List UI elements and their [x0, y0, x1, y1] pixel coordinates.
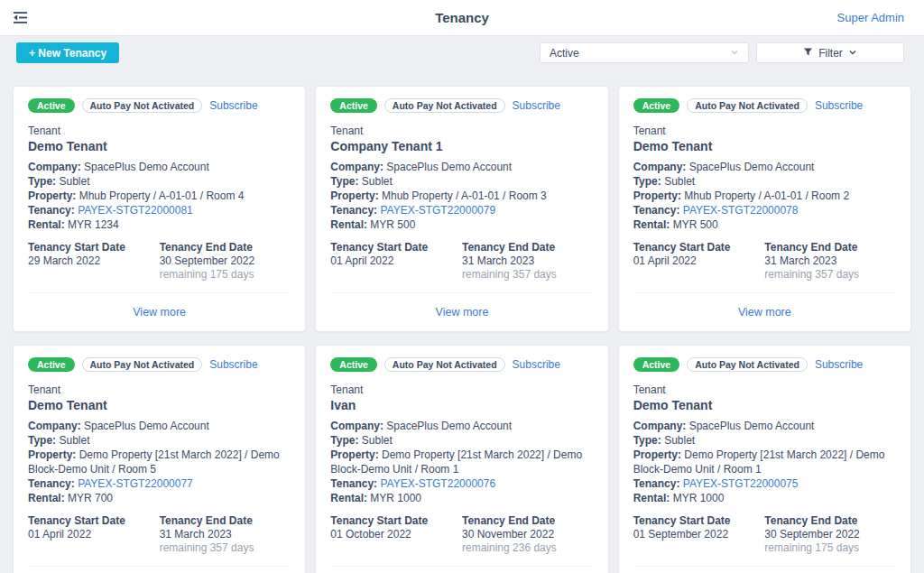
- start-date-label: Tenancy Start Date: [330, 241, 462, 254]
- tenancy-label: Tenancy:: [330, 477, 377, 490]
- property-label: Property:: [330, 189, 378, 202]
- tenant-name: Demo Tenant: [28, 138, 291, 155]
- subscribe-link[interactable]: Subscribe: [815, 99, 863, 112]
- start-date-value: 01 April 2022: [330, 254, 462, 268]
- subscribe-link[interactable]: Subscribe: [209, 99, 257, 112]
- company-value: SpacePlus Demo Account: [84, 161, 209, 173]
- tenant-name: Ivan: [330, 397, 593, 414]
- type-field: Type: Sublet: [633, 433, 896, 448]
- tenancy-field: Tenancy: PAYEX-STGT22000078: [633, 203, 896, 217]
- remaining-days: remaining 357 days: [764, 268, 896, 282]
- super-admin-link[interactable]: Super Admin: [837, 11, 904, 24]
- start-date-value: 01 April 2022: [633, 254, 765, 268]
- badge-row: Active Auto Pay Not Activated Subscribe: [28, 97, 291, 114]
- start-date-value: 01 October 2022: [330, 528, 462, 541]
- status-badge: Active: [28, 357, 75, 372]
- subscribe-link[interactable]: Subscribe: [815, 358, 863, 371]
- tenant-label: Tenant: [633, 384, 896, 397]
- property-field: Property: Mhub Property / A-01-01 / Room…: [28, 189, 291, 203]
- tenancy-id-link[interactable]: PAYEX-STGT22000078: [683, 204, 799, 217]
- start-date-label: Tenancy Start Date: [28, 514, 160, 528]
- rental-value: MYR 500: [673, 218, 718, 231]
- type-label: Type:: [28, 175, 56, 188]
- tenancy-id-link[interactable]: PAYEX-STGT22000079: [380, 204, 495, 217]
- autopay-badge: Auto Pay Not Activated: [687, 357, 808, 372]
- chevron-down-icon: [730, 47, 739, 60]
- type-value: Sublet: [664, 434, 695, 447]
- card-footer: View more: [633, 292, 896, 331]
- rental-label: Rental:: [28, 218, 65, 231]
- tenancy-id-link[interactable]: PAYEX-STGT22000076: [380, 477, 495, 490]
- company-label: Company:: [28, 420, 81, 432]
- rental-label: Rental:: [28, 492, 65, 504]
- menu-fold-icon[interactable]: [13, 10, 29, 26]
- remaining-days: remaining 175 days: [764, 541, 896, 555]
- tenancy-card: Active Auto Pay Not Activated Subscribe …: [315, 86, 608, 332]
- tenancy-grid: Active Auto Pay Not Activated Subscribe …: [13, 86, 911, 573]
- property-value: Mhub Property / A-01-01 / Room 4: [79, 189, 245, 202]
- tenancy-id-link[interactable]: PAYEX-STGT22000077: [78, 477, 193, 490]
- tenancy-id-link[interactable]: PAYEX-STGT22000075: [683, 477, 799, 490]
- property-label: Property:: [28, 189, 76, 202]
- company-label: Company:: [633, 420, 687, 432]
- filter-button-label: Filter: [818, 47, 843, 60]
- start-date-col: Tenancy Start Date 01 September 2022: [633, 514, 765, 555]
- type-field: Type: Sublet: [633, 174, 896, 189]
- start-date-label: Tenancy Start Date: [330, 514, 462, 528]
- dates-section: Tenancy Start Date 01 April 2022 Tenancy…: [28, 514, 291, 555]
- type-label: Type:: [28, 434, 56, 447]
- type-label: Type:: [330, 434, 358, 447]
- start-date-label: Tenancy Start Date: [633, 514, 765, 528]
- company-field: Company: SpacePlus Demo Account: [28, 160, 291, 174]
- rental-field: Rental: MYR 700: [28, 491, 291, 505]
- start-date-col: Tenancy Start Date 01 October 2022: [330, 514, 462, 555]
- end-date-value: 30 September 2022: [764, 528, 896, 541]
- tenancy-field: Tenancy: PAYEX-STGT22000077: [28, 476, 291, 491]
- subscribe-link[interactable]: Subscribe: [513, 358, 560, 371]
- remaining-days: remaining 357 days: [462, 268, 594, 282]
- company-field: Company: SpacePlus Demo Account: [330, 419, 593, 433]
- new-tenancy-button[interactable]: + New Tenancy: [16, 42, 119, 63]
- end-date-label: Tenancy End Date: [764, 241, 896, 254]
- subscribe-link[interactable]: Subscribe: [209, 358, 257, 371]
- page-title: Tenancy: [0, 10, 924, 25]
- type-field: Type: Sublet: [28, 174, 291, 189]
- type-value: Sublet: [59, 175, 89, 188]
- start-date-label: Tenancy Start Date: [633, 241, 765, 254]
- view-more-link[interactable]: View more: [738, 306, 791, 319]
- end-date-col: Tenancy End Date 31 March 2023 remaining…: [462, 241, 594, 282]
- end-date-value: 30 November 2022: [462, 528, 594, 541]
- tenancy-card: Active Auto Pay Not Activated Subscribe …: [618, 345, 911, 573]
- property-label: Property:: [330, 448, 378, 461]
- badge-row: Active Auto Pay Not Activated Subscribe: [633, 97, 896, 114]
- type-value: Sublet: [362, 434, 393, 447]
- type-value: Sublet: [362, 175, 393, 188]
- property-value: Mhub Property / A-01-01 / Room 3: [382, 189, 547, 202]
- rental-value: MYR 1234: [68, 218, 119, 231]
- status-select[interactable]: Active: [540, 42, 749, 63]
- type-field: Type: Sublet: [28, 433, 291, 448]
- start-date-col: Tenancy Start Date 29 March 2022: [28, 241, 160, 282]
- tenancy-id-link[interactable]: PAYEX-STGT22000081: [78, 204, 193, 217]
- badge-row: Active Auto Pay Not Activated Subscribe: [330, 356, 593, 373]
- property-value: Mhub Property / A-01-01 / Room 2: [684, 189, 849, 202]
- badge-row: Active Auto Pay Not Activated Subscribe: [28, 356, 291, 373]
- end-date-label: Tenancy End Date: [764, 514, 896, 528]
- rental-value: MYR 1000: [673, 492, 725, 504]
- start-date-value: 29 March 2022: [28, 254, 160, 268]
- remaining-days: remaining 236 days: [462, 541, 594, 555]
- rental-field: Rental: MYR 500: [330, 217, 593, 232]
- company-value: SpacePlus Demo Account: [386, 161, 512, 173]
- end-date-value: 31 March 2023: [764, 254, 896, 268]
- tenant-label: Tenant: [330, 384, 593, 397]
- start-date-col: Tenancy Start Date 01 April 2022: [633, 241, 765, 282]
- view-more-link[interactable]: View more: [436, 306, 489, 319]
- view-more-link[interactable]: View more: [133, 306, 186, 319]
- filter-button[interactable]: Filter: [756, 42, 904, 63]
- subscribe-link[interactable]: Subscribe: [513, 99, 560, 112]
- tenancy-label: Tenancy:: [330, 204, 377, 217]
- property-field: Property: Demo Property [21st March 2022…: [633, 448, 896, 476]
- card-footer: View more: [28, 566, 291, 573]
- tenancy-field: Tenancy: PAYEX-STGT22000081: [28, 203, 291, 217]
- card-footer: View more: [28, 292, 291, 331]
